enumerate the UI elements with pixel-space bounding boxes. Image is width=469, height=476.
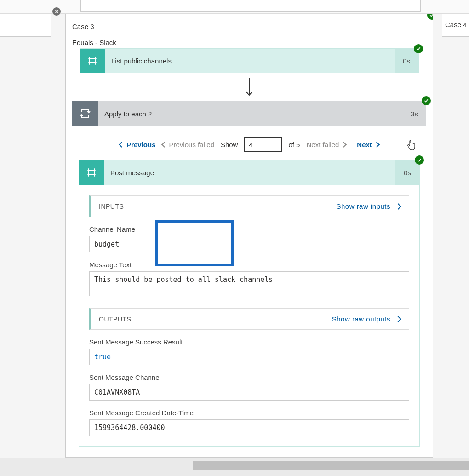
slack-icon bbox=[80, 49, 105, 73]
show-raw-inputs-button[interactable]: Show raw inputs bbox=[336, 202, 400, 210]
outputs-heading: OUTPUTS bbox=[99, 315, 131, 323]
next-failed-button[interactable]: Next failed bbox=[306, 141, 346, 149]
apply-to-each-block: Apply to each 2 3s Previous Previous fai… bbox=[72, 101, 426, 456]
loop-label: Apply to each 2 bbox=[98, 101, 402, 126]
slack-icon bbox=[79, 160, 104, 185]
chevron-left-icon bbox=[119, 142, 125, 148]
chevron-right-icon bbox=[374, 142, 380, 148]
previous-failed-button[interactable]: Previous failed bbox=[162, 141, 214, 149]
case-card: Case 3 Equals - Slack List public channe… bbox=[65, 14, 433, 458]
case-subtitle: Equals - Slack bbox=[72, 39, 426, 48]
previous-label: Previous bbox=[126, 141, 155, 149]
previous-button[interactable]: Previous bbox=[120, 141, 155, 149]
action-duration: 0s bbox=[395, 49, 418, 73]
chevron-right-icon bbox=[341, 142, 347, 148]
channel-name-label: Channel Name bbox=[89, 225, 409, 236]
loop-pager: Previous Previous failed Show of 5 Next … bbox=[79, 137, 420, 160]
check-icon bbox=[415, 155, 424, 165]
show-raw-outputs-button[interactable]: Show raw outputs bbox=[332, 315, 400, 323]
action-label: List public channels bbox=[105, 49, 395, 73]
case-title[interactable]: Case 3 bbox=[72, 20, 426, 39]
action-label: Post message bbox=[104, 160, 395, 185]
sent-channel-field: Sent Message Channel C01AVNX08TA bbox=[89, 373, 409, 401]
created-time-value: 1599364428.000400 bbox=[89, 419, 409, 436]
top-strip bbox=[0, 0, 469, 14]
next-label: Next bbox=[357, 141, 372, 149]
inputs-section: INPUTS Show raw inputs bbox=[89, 195, 409, 217]
channel-name-field: Channel Name budget bbox=[89, 225, 409, 252]
message-text-field: Message Text This should be posted to al… bbox=[89, 261, 409, 296]
next-button[interactable]: Next bbox=[357, 141, 379, 149]
sent-channel-value: C01AVNX08TA bbox=[89, 384, 409, 401]
created-time-field: Sent Message Created Date-Time 159936442… bbox=[89, 409, 409, 436]
top-inner-panel bbox=[80, 0, 421, 12]
success-result-field: Sent Message Success Result true bbox=[89, 338, 409, 365]
action-list-public-channels[interactable]: List public channels 0s bbox=[80, 48, 419, 73]
inputs-heading: INPUTS bbox=[99, 203, 124, 210]
outputs-section: OUTPUTS Show raw outputs bbox=[89, 308, 409, 330]
check-icon bbox=[427, 14, 433, 20]
close-icon[interactable]: ✕ bbox=[52, 7, 61, 16]
loop-icon bbox=[72, 101, 98, 126]
loop-duration: 3s bbox=[402, 101, 426, 126]
show-raw-inputs-label: Show raw inputs bbox=[336, 202, 390, 210]
next-failed-label: Next failed bbox=[306, 141, 339, 149]
arrow-down-icon bbox=[72, 73, 426, 101]
action-post-message[interactable]: Post message 0s bbox=[79, 160, 420, 185]
message-text-value[interactable]: This should be posted to all slack chann… bbox=[89, 271, 409, 296]
created-time-label: Sent Message Created Date-Time bbox=[89, 409, 409, 419]
success-result-value: true bbox=[89, 349, 409, 365]
case-tab-left[interactable] bbox=[0, 14, 51, 37]
chevron-right-icon bbox=[395, 203, 401, 209]
action-duration: 0s bbox=[395, 160, 419, 185]
bottom-scrollbar[interactable] bbox=[193, 461, 469, 470]
cursor-icon bbox=[407, 140, 416, 153]
check-icon bbox=[414, 44, 423, 53]
show-index-input[interactable] bbox=[244, 137, 282, 152]
of-total-label: of 5 bbox=[288, 141, 300, 149]
channel-name-value[interactable]: budget bbox=[89, 236, 409, 252]
check-icon bbox=[422, 96, 431, 105]
show-label: Show bbox=[221, 141, 238, 149]
message-text-label: Message Text bbox=[89, 261, 409, 271]
show-raw-outputs-label: Show raw outputs bbox=[332, 315, 390, 323]
chevron-left-icon bbox=[161, 142, 167, 148]
chevron-right-icon bbox=[395, 315, 401, 322]
sent-channel-label: Sent Message Channel bbox=[89, 373, 409, 384]
post-message-body: INPUTS Show raw inputs Channel Name budg… bbox=[79, 185, 420, 447]
previous-failed-label: Previous failed bbox=[169, 141, 214, 149]
success-result-label: Sent Message Success Result bbox=[89, 338, 409, 349]
case-tab-right[interactable]: Case 4 bbox=[442, 14, 469, 37]
apply-to-each-header[interactable]: Apply to each 2 3s bbox=[72, 101, 426, 126]
case-tab-right-label: Case 4 bbox=[445, 21, 467, 29]
